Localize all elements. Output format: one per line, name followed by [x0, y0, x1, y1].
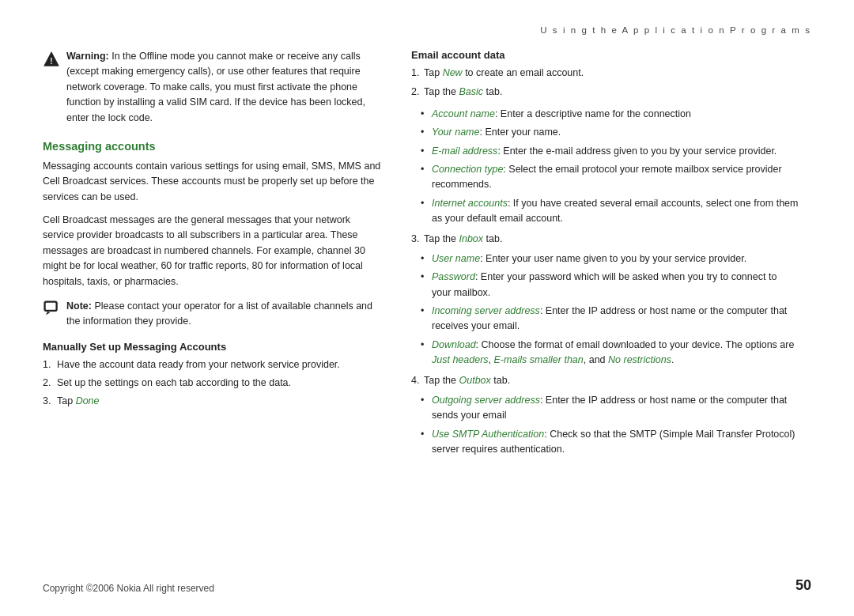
outbox-link: Outbox — [459, 375, 490, 386]
note-icon — [43, 300, 60, 330]
bullet-password: Password: Enter your password which will… — [421, 270, 799, 300]
email-step-1: 1. Tap New to create an email account. — [411, 66, 799, 81]
email-step-2: 2. Tap the Basic tab. — [411, 85, 799, 100]
footer-page-number: 50 — [795, 577, 811, 594]
header-text: U s i n g t h e A p p l i c a t i o n P … — [540, 25, 811, 35]
bullet-outgoing-server: Outgoing server address: Enter the IP ad… — [421, 393, 799, 424]
inbox-link: Inbox — [459, 233, 483, 244]
bullet-connection-type: Connection type: Select the email protoc… — [421, 162, 799, 193]
bullet-list-3: Outgoing server address: Enter the IP ad… — [411, 393, 799, 458]
setup-steps-list: 1. Have the account data ready from your… — [43, 357, 383, 410]
svg-rect-3 — [46, 303, 56, 310]
email-step-4-list: 4. Tap the Outbox tab. — [411, 373, 799, 388]
right-column: Email account data 1. Tap New to create … — [411, 49, 799, 563]
page-header: U s i n g t h e A p p l i c a t i o n P … — [43, 25, 811, 35]
footer-copyright: Copyright ©2006 Nokia All right reserved — [43, 583, 214, 594]
messaging-accounts-title: Messaging accounts — [43, 140, 383, 153]
bullet-list-1: Account name: Enter a descriptive name f… — [411, 107, 799, 227]
main-content: ! Warning: In the Offline mode you canno… — [43, 49, 811, 563]
email-step-3-list: 3. Tap the Inbox tab. — [411, 232, 799, 247]
email-account-data-title: Email account data — [411, 49, 799, 61]
svg-text:!: ! — [50, 57, 52, 66]
bullet-incoming-server: Incoming server address: Enter the IP ad… — [421, 304, 799, 334]
warning-body: In the Offline mode you cannot make or r… — [66, 51, 365, 123]
bullet-internet-accounts: Internet accounts: If you have created s… — [421, 196, 799, 227]
new-link: New — [443, 67, 463, 78]
done-link: Done — [76, 395, 100, 406]
bullet-download: Download: Choose the format of email dow… — [421, 338, 799, 368]
para2: Cell Broadcast messages are the general … — [43, 213, 383, 289]
left-column: ! Warning: In the Offline mode you canno… — [43, 49, 383, 563]
svg-marker-4 — [46, 312, 50, 316]
warning-box: ! Warning: In the Offline mode you canno… — [43, 49, 383, 126]
note-text: Note: Please contact your operator for a… — [66, 299, 383, 330]
bullet-account-name: Account name: Enter a descriptive name f… — [421, 107, 799, 122]
manually-setup-title: Manually Set up Messaging Accounts — [43, 341, 383, 353]
warning-icon: ! — [43, 51, 60, 126]
warning-text: Warning: In the Offline mode you cannot … — [66, 49, 383, 126]
bullet-your-name: Your name: Enter your name. — [421, 125, 799, 140]
note-body: Please contact your operator for a list … — [66, 300, 372, 327]
email-step-3: 3. Tap the Inbox tab. — [411, 232, 799, 247]
email-steps-list: 1. Tap New to create an email account. 2… — [411, 66, 799, 100]
para1: Messaging accounts contain various setti… — [43, 159, 383, 205]
setup-step-2: 2. Set up the settings on each tab accor… — [43, 376, 383, 391]
email-step-4: 4. Tap the Outbox tab. — [411, 373, 799, 388]
note-box: Note: Please contact your operator for a… — [43, 299, 383, 330]
bullet-list-2: User name: Enter your user name given to… — [411, 251, 799, 368]
bullet-user-name: User name: Enter your user name given to… — [421, 251, 799, 266]
bullet-email-address: E-mail address: Enter the e-mail address… — [421, 144, 799, 159]
setup-step-1: 1. Have the account data ready from your… — [43, 357, 383, 372]
page: U s i n g t h e A p p l i c a t i o n P … — [0, 0, 854, 616]
page-footer: Copyright ©2006 Nokia All right reserved… — [43, 577, 811, 594]
note-label: Note: — [66, 300, 92, 312]
bullet-smtp-auth: Use SMTP Authentication: Check so that t… — [421, 427, 799, 458]
basic-link: Basic — [459, 86, 483, 97]
warning-label: Warning: — [66, 51, 109, 62]
setup-step-3: 3. Tap Done — [43, 394, 383, 409]
